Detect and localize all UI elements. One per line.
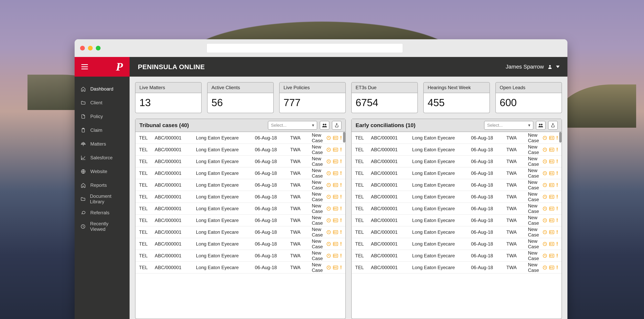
- table-row[interactable]: TEL ABC/000001 Long Eaton Eyecare 06-Aug…: [136, 144, 345, 156]
- cell-type: TEL: [355, 218, 371, 223]
- svg-point-31: [539, 124, 540, 125]
- panel-filter-select[interactable]: Select... ▾: [268, 121, 317, 130]
- stat-card-hearings-next-week[interactable]: Hearings Next Week 455: [423, 82, 490, 113]
- address-bar[interactable]: [206, 44, 403, 53]
- clock-icon: [326, 147, 331, 152]
- table-row[interactable]: TEL ABC/000001 Long Eaton Eyecare 06-Aug…: [136, 167, 345, 179]
- alert-icon: !: [340, 229, 342, 235]
- cell-owner: TWA: [290, 241, 312, 247]
- panel-filter-select[interactable]: Select... ▾: [484, 121, 533, 130]
- cell-type: TEL: [139, 206, 155, 211]
- cell-owner: TWA: [506, 135, 528, 141]
- cell-date: 06-Aug-18: [471, 194, 506, 200]
- menu-toggle-icon[interactable]: [81, 64, 88, 69]
- cell-status: New Case: [528, 168, 542, 179]
- stat-card-et3s-due[interactable]: ET3s Due 6754: [351, 82, 418, 113]
- stat-card-open-leads[interactable]: Open Leads 600: [495, 82, 562, 113]
- table-row[interactable]: TEL ABC/000001 Long Eaton Eyecare 06-Aug…: [352, 238, 562, 250]
- table-row[interactable]: TEL ABC/000001 Long Eaton Eyecare 06-Aug…: [352, 156, 562, 167]
- chart-icon: [80, 155, 86, 160]
- alert-icon: !: [556, 135, 558, 141]
- row-status-icons: !: [542, 194, 558, 200]
- export-button[interactable]: [332, 121, 342, 130]
- clock-icon: [542, 242, 547, 246]
- cell-owner: TWA: [290, 170, 312, 176]
- cell-owner: TWA: [290, 253, 312, 258]
- cell-date: 06-Aug-18: [255, 265, 290, 270]
- sidebar-item-label: Referrals: [90, 210, 109, 215]
- home-icon: [80, 182, 86, 188]
- table-row[interactable]: TEL ABC/000001 Long Eaton Eyecare 06-Aug…: [136, 226, 345, 238]
- row-status-icons: !: [326, 194, 342, 200]
- table-row[interactable]: TEL ABC/000001 Long Eaton Eyecare 06-Aug…: [136, 156, 345, 167]
- table-row[interactable]: TEL ABC/000001 Long Eaton Eyecare 06-Aug…: [136, 262, 345, 273]
- table-row[interactable]: TEL ABC/000001 Long Eaton Eyecare 06-Aug…: [136, 191, 345, 203]
- panel-title: Early conciliations (10): [356, 122, 416, 128]
- table-row[interactable]: TEL ABC/000001 Long Eaton Eyecare 06-Aug…: [352, 179, 562, 191]
- table-row[interactable]: TEL ABC/000001 Long Eaton Eyecare 06-Aug…: [136, 179, 345, 191]
- table-row[interactable]: TEL ABC/000001 Long Eaton Eyecare 06-Aug…: [352, 191, 562, 203]
- cell-client: Long Eaton Eyecare: [412, 206, 471, 211]
- sidebar-item-policy[interactable]: Policy: [74, 110, 130, 123]
- table-row[interactable]: TEL ABC/000001 Long Eaton Eyecare 06-Aug…: [136, 203, 345, 214]
- row-status-icons: !: [326, 229, 342, 235]
- cell-date: 06-Aug-18: [471, 170, 506, 176]
- scrollbar-thumb[interactable]: [559, 132, 562, 143]
- table-row[interactable]: TEL ABC/000001 Long Eaton Eyecare 06-Aug…: [352, 144, 562, 156]
- table-row[interactable]: TEL ABC/000001 Long Eaton Eyecare 06-Aug…: [352, 203, 562, 214]
- table-row[interactable]: TEL ABC/000001 Long Eaton Eyecare 06-Aug…: [352, 214, 562, 226]
- sidebar-item-matters[interactable]: Matters: [74, 137, 130, 151]
- sidebar-item-client[interactable]: Client: [74, 96, 130, 110]
- export-button[interactable]: [548, 121, 558, 130]
- user-menu[interactable]: James Sparrow: [506, 64, 568, 70]
- clock-icon: [542, 159, 547, 164]
- cell-status: New Case: [312, 215, 326, 226]
- assign-users-button[interactable]: [320, 121, 329, 130]
- cell-type: TEL: [355, 206, 371, 211]
- table-row[interactable]: TEL ABC/000001 Long Eaton Eyecare 06-Aug…: [352, 250, 562, 262]
- clock-icon: [326, 218, 331, 223]
- clipboard-icon: [80, 128, 86, 133]
- row-status-icons: !: [542, 158, 558, 164]
- clock-icon: [542, 147, 547, 152]
- clock-icon: [542, 183, 547, 187]
- table-row[interactable]: TEL ABC/000001 Long Eaton Eyecare 06-Aug…: [136, 250, 345, 262]
- table-row[interactable]: TEL ABC/000001 Long Eaton Eyecare 06-Aug…: [136, 132, 345, 144]
- minimize-window-button[interactable]: [88, 46, 93, 51]
- stat-card-live-policies[interactable]: Live Policies 777: [279, 82, 346, 113]
- cell-ref: ABC/000001: [371, 194, 412, 200]
- assign-users-button[interactable]: [536, 121, 546, 130]
- sidebar-item-salesforce[interactable]: Salesforce: [74, 151, 130, 165]
- sidebar: Dashboard Client Policy Claim Matters Sa…: [74, 77, 130, 319]
- table-row[interactable]: TEL ABC/000001 Long Eaton Eyecare 06-Aug…: [352, 226, 562, 238]
- cell-type: TEL: [139, 265, 155, 270]
- table-row[interactable]: TEL ABC/000001 Long Eaton Eyecare 06-Aug…: [352, 167, 562, 179]
- clock-icon: [542, 206, 547, 211]
- cell-type: TEL: [139, 135, 155, 141]
- cell-owner: TWA: [290, 182, 312, 188]
- sidebar-item-reports[interactable]: Reports: [74, 178, 130, 192]
- table-row[interactable]: TEL ABC/000001 Long Eaton Eyecare 06-Aug…: [352, 262, 562, 273]
- table-row[interactable]: TEL ABC/000001 Long Eaton Eyecare 06-Aug…: [136, 214, 345, 226]
- close-window-button[interactable]: [80, 46, 85, 51]
- cell-ref: ABC/000001: [155, 194, 196, 200]
- sidebar-item-document-library[interactable]: Document Library: [74, 192, 130, 206]
- sidebar-item-referrals[interactable]: Referrals: [74, 206, 130, 220]
- sidebar-item-recently-viewed[interactable]: Recently Viewed: [74, 220, 130, 233]
- cell-client: Long Eaton Eyecare: [196, 241, 255, 247]
- table-row[interactable]: TEL ABC/000001 Long Eaton Eyecare 06-Aug…: [352, 132, 562, 144]
- stat-card-active-clients[interactable]: Active Clients 56: [207, 82, 274, 113]
- table-row[interactable]: TEL ABC/000001 Long Eaton Eyecare 06-Aug…: [136, 238, 345, 250]
- stat-card-live-matters[interactable]: Live Matters 13: [135, 82, 202, 113]
- cc-icon: [333, 171, 338, 175]
- maximize-window-button[interactable]: [96, 46, 100, 51]
- sidebar-item-claim[interactable]: Claim: [74, 123, 130, 137]
- cell-owner: TWA: [506, 206, 528, 211]
- sidebar-item-website[interactable]: Website: [74, 165, 130, 178]
- globe-icon: [80, 169, 86, 174]
- cell-type: TEL: [139, 170, 155, 176]
- sidebar-item-dashboard[interactable]: Dashboard: [74, 82, 130, 96]
- cell-date: 06-Aug-18: [255, 147, 290, 152]
- scrollbar-thumb[interactable]: [343, 132, 345, 143]
- alert-icon: !: [340, 205, 342, 212]
